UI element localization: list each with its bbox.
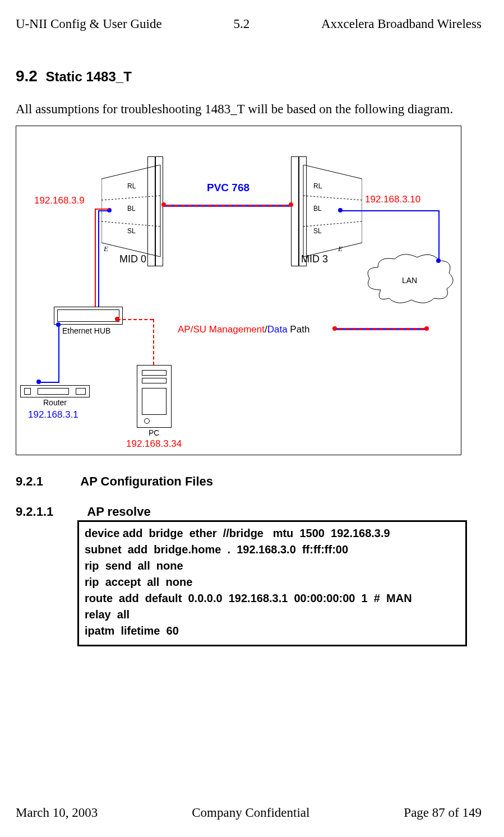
ap-antenna-icon: [155, 156, 163, 266]
ap-sl-label: SL: [127, 227, 136, 235]
su-bl-label: BL: [313, 205, 322, 212]
ap-bl-label: BL: [127, 205, 136, 212]
section-9-2-heading: 9.2 Static 1483_T: [16, 67, 482, 85]
ap-rl-label: RL: [127, 182, 136, 190]
ap-pvc-dot: [161, 202, 166, 207]
mid3-label: MID 3: [301, 254, 328, 264]
ap-hub-redline-h: [95, 209, 109, 210]
ap-resolve-codebox: device add bridge ether //bridge mtu 150…: [77, 520, 467, 646]
ethernet-hub-icon: [54, 307, 123, 325]
path-legend: AP/SU Management/Data Path: [178, 325, 309, 334]
lan-dot: [436, 258, 441, 263]
section-9-2-1-number: 9.2.1: [16, 474, 77, 489]
page-header: U-NII Config & User Guide 5.2 Axxcelera …: [16, 17, 482, 31]
network-diagram: RL BL SL RL BL SL PVC 768 192.168.3.9 19…: [16, 126, 461, 455]
lan-label: LAN: [402, 276, 417, 284]
router-in-dot: [36, 380, 41, 384]
hub-label: Ethernet HUB: [62, 327, 110, 335]
ap-hub-line-v: [98, 210, 99, 313]
section-9-2-1-1-heading: 9.2.1.1 AP resolve: [16, 505, 482, 519]
footer-right: Page 87 of 149: [404, 806, 482, 820]
hub-out-dot: [56, 322, 61, 327]
ap-trapezoid-icon: [101, 165, 177, 257]
section-9-2-1-1-title: AP resolve: [87, 505, 150, 519]
su-antenna-icon: [291, 156, 299, 266]
legend-line: [336, 328, 426, 330]
ap-ip-label: 192.168.3.9: [34, 196, 85, 205]
page-footer: March 10, 2003 Company Confidential Page…: [16, 806, 482, 820]
ap-hub-redline-v: [95, 209, 96, 315]
pvc-label: PVC 768: [207, 182, 249, 193]
section-9-2-1-1-number: 9.2.1.1: [16, 505, 84, 519]
pvc-link-line: [164, 205, 290, 207]
router-ip: 192.168.3.1: [28, 410, 78, 419]
su-e-dot: [338, 208, 343, 212]
hub-router-line-v: [58, 323, 59, 382]
su-pvc-dot: [289, 202, 293, 207]
path-m: Management: [209, 324, 265, 335]
header-right: Axxcelera Broadband Wireless: [321, 17, 482, 31]
su-antenna-icon: [299, 156, 307, 266]
hub-pc-line-v: [153, 319, 154, 365]
section-9-2-1-heading: 9.2.1 AP Configuration Files: [16, 474, 482, 489]
section-9-2-number: 9.2: [16, 67, 38, 85]
footer-center: Company Confidential: [192, 806, 309, 820]
section-9-2-title: Static 1483_T: [45, 69, 131, 84]
legend-dot-left: [332, 326, 337, 331]
su-sl-label: SL: [313, 227, 322, 235]
hub-pc-line-h: [117, 319, 153, 320]
hub-router-line-h: [39, 382, 59, 383]
su-lan-line-h: [340, 210, 440, 211]
footer-left: March 10, 2003: [16, 806, 98, 820]
su-e-label: E: [338, 245, 343, 252]
su-rl-label: RL: [313, 182, 322, 190]
header-center: 5.2: [233, 17, 249, 31]
ap-e-label: E: [104, 245, 108, 252]
ap-antenna-icon: [147, 156, 155, 266]
su-ip-label: 192.168.3.10: [365, 195, 420, 204]
router-icon: [20, 385, 90, 397]
pc-label: PC: [149, 429, 159, 437]
mid0-label: MID 0: [119, 254, 146, 264]
router-label: Router: [43, 399, 67, 406]
path-data: Data: [267, 324, 290, 335]
legend-dot-right: [424, 326, 429, 331]
pc-ip: 192.168.3.34: [126, 439, 182, 448]
hub-pc-dot: [115, 317, 119, 321]
pc-icon: [137, 365, 172, 428]
path-path: Path: [290, 324, 309, 335]
section-9-2-1-title: AP Configuration Files: [80, 474, 213, 488]
path-apsu: AP/SU: [178, 324, 209, 335]
intro-paragraph: All assumptions for troubleshooting 1483…: [16, 101, 482, 118]
su-lan-line-v: [438, 210, 440, 261]
header-left: U-NII Config & User Guide: [16, 17, 162, 31]
